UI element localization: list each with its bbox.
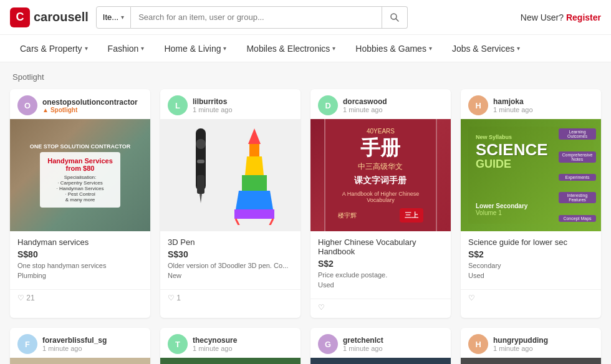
svg-marker-9 [245,156,264,175]
search-input[interactable] [131,6,382,29]
username: dorcaswood [343,97,443,106]
like-button[interactable]: ♡ [468,294,475,302]
search-button[interactable] [382,6,408,29]
product-card[interactable]: L lilburritos 1 minute ago [160,89,301,318]
card-body: Science guide for lower sec S$2 Secondar… [461,231,601,287]
product-card[interactable]: G gretchenlct 1 minute ago [310,328,451,364]
timestamp: 1 minute ago [193,106,293,113]
avatar: H [468,95,488,115]
username: gretchenlct [343,336,443,345]
nav-item-label: Hobbies & Games [355,44,426,54]
like-button[interactable]: ♡ [318,303,325,312]
card-user: F foraverblissful_sg 1 minute ago [10,328,150,358]
product-price: S$2 [468,249,594,259]
avatar: G [318,334,338,354]
user-info: thecynosure 1 minute ago [193,336,293,352]
product-image [10,358,150,364]
main-content: Spotlight O onestopsolutioncontractor ▲ … [0,62,611,364]
product-title: 3D Pen [168,237,293,247]
product-card[interactable]: T thecynosure 1 minute ago [160,328,301,364]
product-card[interactable]: H hungrypudding 1 minute ago [461,328,601,364]
nav-item-mobiles---electronics[interactable]: Mobiles & Electronics▾ [236,35,345,62]
product-description: Older version of 3Doodler 3D pen. Co... [168,262,293,269]
avatar: H [468,334,488,354]
product-image [461,358,601,364]
category-selector-label: Ite... [103,12,118,22]
product-image: 40YEARS 手册 中三高级华文 课文字词手册 A Handbook of H… [310,119,451,231]
timestamp: 1 minute ago [493,345,594,352]
svg-marker-4 [200,194,202,203]
svg-marker-7 [248,128,261,144]
spotlight-label: Spotlight [51,107,77,113]
product-title: Handyman services [17,237,143,247]
nav: Cars & Property▾Fashion▾Home & Living▾Mo… [0,35,611,62]
chevron-down-icon: ▾ [141,45,144,52]
new-user-label: New User? [521,12,564,22]
card-body: Handyman services S$80 One stop handyman… [10,231,150,287]
product-condition: Used [468,272,594,279]
username: hungrypudding [493,336,594,345]
register-link[interactable]: Register [566,12,601,22]
card-body: 3D Pen S$30 Older version of 3Doodler 3D… [160,231,301,287]
product-image [160,358,301,364]
category-selector[interactable]: Ite... ▾ [96,6,131,29]
avatar: D [318,95,338,115]
like-button[interactable]: ♡ 1 [168,294,181,302]
username: hamjoka [493,97,594,106]
card-user: O onestopsolutioncontractor ▲ Spotlight [10,89,150,119]
like-button[interactable]: ♡ 21 [17,294,35,302]
spotlight-badge: ▲ Spotlight [42,107,143,113]
svg-rect-10 [242,175,267,191]
timestamp: 1 minute ago [343,106,443,113]
section-title: Spotlight [10,72,601,82]
product-image [310,358,451,364]
chevron-down-icon: ▾ [85,45,88,52]
chevron-down-icon: ▾ [517,45,520,52]
card-user: T thecynosure 1 minute ago [160,328,301,358]
header: C carousell Ite... ▾ New User? Register [0,0,611,35]
nav-item-label: Mobiles & Electronics [246,44,330,54]
product-description: Secondary [468,262,594,269]
nav-item-label: Jobs & Services [452,44,514,54]
product-image: New Syllabus SCIENCE GUIDE Lower Seconda… [461,119,601,231]
nav-item-label: Fashion [108,44,139,54]
nav-item-hobbies---games[interactable]: Hobbies & Games▾ [345,35,442,62]
search-bar: Ite... ▾ [96,6,408,29]
chevron-down-icon: ▾ [332,45,335,52]
product-card[interactable]: H hamjoka 1 minute ago New Syllabus SCIE… [461,89,601,318]
svg-line-13 [236,219,242,225]
product-condition: Plumbing [17,272,143,279]
svg-rect-3 [197,175,204,194]
user-info: foraverblissful_sg 1 minute ago [42,336,143,352]
product-title: Higher Chinese Vocabulary Handbook [318,237,443,256]
product-card[interactable]: D dorcaswood 1 minute ago 40YEARS 手册 中三高… [310,89,451,318]
product-image [160,119,301,231]
product-card[interactable]: F foraverblissful_sg 1 minute ago [10,328,150,364]
user-info: dorcaswood 1 minute ago [343,97,443,113]
product-card[interactable]: O onestopsolutioncontractor ▲ Spotlight … [10,89,150,318]
timestamp: 1 minute ago [493,106,594,113]
svg-line-14 [267,219,273,225]
product-title: Science guide for lower sec [468,237,594,247]
nav-item-fashion[interactable]: Fashion▾ [98,35,155,62]
timestamp: 1 minute ago [343,345,443,352]
product-condition: Used [318,281,443,289]
nav-item-home---living[interactable]: Home & Living▾ [154,35,236,62]
nav-item-jobs---services[interactable]: Jobs & Services▾ [442,35,530,62]
product-grid: O onestopsolutioncontractor ▲ Spotlight … [10,89,601,318]
user-info: gretchenlct 1 minute ago [343,336,443,352]
nav-item-cars---property[interactable]: Cars & Property▾ [10,35,98,62]
svg-rect-12 [234,209,274,219]
card-footer: ♡ 21 [10,289,150,309]
logo[interactable]: C carousell [10,7,89,27]
card-user: L lilburritos 1 minute ago [160,89,301,119]
username: lilburritos [193,97,293,106]
timestamp: 1 minute ago [193,345,293,352]
spotlight-icon: ▲ [42,107,49,113]
svg-rect-8 [249,144,259,156]
chevron-down-icon: ▾ [121,14,124,21]
card-user: D dorcaswood 1 minute ago [310,89,451,119]
svg-rect-6 [197,160,204,163]
svg-line-1 [396,19,398,21]
avatar: L [168,95,188,115]
